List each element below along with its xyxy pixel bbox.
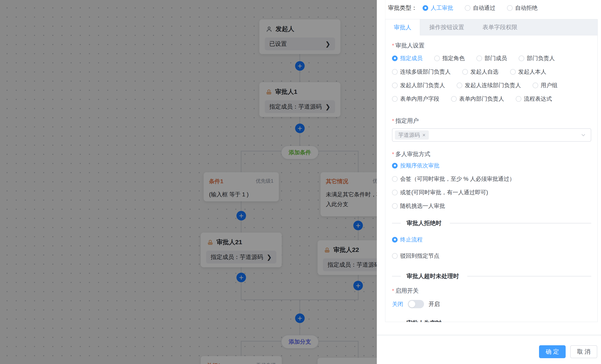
radio-label: 会签（可同时审批，至少 % 人必须审批通过） [400,175,515,183]
radio-multi-level-dept-leader[interactable]: 连续多级部门负责人 [392,68,451,75]
reject-section-title: 审批人拒绝时 [407,219,441,227]
tab-pane-approver: 审批人设置 指定成员 指定角色 部门成员 部门负责人 连续多级部门负责人 发起人… [385,35,598,322]
multi-approve-mode-label: 多人审批方式 [392,150,591,158]
radio-label: 驳回到指定节点 [400,252,440,260]
radio-process-expression[interactable]: 流程表达式 [516,95,552,102]
chevron-down-icon [581,132,586,138]
radio-icon [434,56,440,61]
radio-dept-leader[interactable]: 部门负责人 [519,54,555,62]
radio-return-to-node[interactable]: 驳回到指定节点 [392,252,440,260]
reject-option: 终止流程 [392,236,591,243]
radio-label: 部门负责人 [527,54,555,62]
radio-user-group[interactable]: 用户组 [532,81,558,89]
radio-label: 自动拒绝 [515,4,538,12]
radio-icon [392,176,398,182]
multi-mode-option: 随机挑选一人审批 [392,202,591,210]
radio-icon [465,5,471,11]
radio-dept-member[interactable]: 部门成员 [476,54,507,62]
radio-auto-pass[interactable]: 自动通过 [465,4,495,12]
assign-user-select[interactable]: 芋道源码 × [392,128,591,142]
radio-manual-approve[interactable]: 人工审批 [422,4,453,12]
radio-icon [392,203,398,209]
user-tag: 芋道源码 × [395,131,429,140]
reject-option: 驳回到指定节点 [392,252,591,260]
radio-form-dept-leader[interactable]: 表单内部门负责人 [451,95,504,102]
timeout-enable-toggle[interactable] [408,300,424,308]
radio-countersign[interactable]: 会签（可同时审批，至少 % 人必须审批通过） [392,175,515,183]
radio-icon [392,82,398,88]
timeout-section-title: 审批人超时未处理时 [407,272,459,280]
approver-setting-row4: 表单内用户字段 表单内部门负责人 流程表达式 [392,95,591,102]
radio-icon [476,56,482,61]
enable-switch-label: 启用开关 [392,287,591,295]
radio-starter-dept-leader[interactable]: 发起人部门负责人 [392,81,445,89]
radio-label: 指定角色 [442,54,465,62]
radio-form-user-field[interactable]: 表单内用户字段 [392,95,440,102]
radio-orsign[interactable]: 或签(可同时审批，有一人通过即可) [392,189,488,196]
confirm-button[interactable]: 确 定 [539,345,566,358]
radio-label: 部门成员 [485,54,507,62]
switch-off-label: 关闭 [392,300,403,308]
radio-icon [392,69,398,75]
user-tag-text: 芋道源码 [398,131,420,139]
modal-overlay[interactable] [0,0,377,364]
radio-icon [457,82,462,88]
radio-label: 流程表达式 [524,95,552,102]
multi-mode-option: 会签（可同时审批，至少 % 人必须审批通过） [392,175,591,183]
radio-icon [519,56,524,61]
radio-label: 表单内用户字段 [400,95,440,102]
tab-approver[interactable]: 审批人 [385,19,420,35]
radio-label: 按顺序依次审批 [400,162,440,169]
approver-setting-row3: 发起人部门负责人 发起人连续部门负责人 用户组 [392,81,591,89]
radio-label: 发起人本人 [518,68,546,75]
radio-icon [392,253,398,259]
tab-button-settings[interactable]: 操作按钮设置 [420,19,473,35]
radio-sequential-approve[interactable]: 按顺序依次审批 [392,162,440,169]
radio-icon [392,237,398,243]
cancel-button[interactable]: 取 消 [570,345,597,358]
radio-icon [392,96,398,102]
approver-setting-row1: 指定成员 指定角色 部门成员 部门负责人 [392,54,591,62]
radio-icon [451,96,457,102]
radio-label: 人工审批 [431,4,453,12]
radio-random-one[interactable]: 随机挑选一人审批 [392,202,445,210]
workflow-designer: + + + + + + + 发起人 已设置 ❯ [0,0,601,364]
radio-icon [532,82,538,88]
assign-user-label: 指定用户 [392,117,591,125]
radio-starter-self-select[interactable]: 发起人自选 [462,68,499,75]
multi-mode-option: 或签(可同时审批，有一人通过即可) [392,189,591,196]
timeout-section-divider: 审批人超时未处理时 [392,272,591,280]
radio-assigned-member[interactable]: 指定成员 [392,54,422,62]
approval-type-label: 审批类型： [388,4,417,12]
radio-icon [510,69,516,75]
empty-section-divider: 审批人为空时 [392,319,591,322]
radio-label: 发起人连续部门负责人 [465,81,521,89]
approver-setting-label: 审批人设置 [392,42,591,50]
radio-icon [462,69,468,75]
radio-label: 用户组 [541,81,558,89]
radio-label: 自动通过 [473,4,495,12]
reject-section-divider: 审批人拒绝时 [392,219,591,227]
radio-terminate-process[interactable]: 终止流程 [392,236,422,243]
tab-form-field-permissions[interactable]: 表单字段权限 [473,19,527,35]
timeout-switch-row: 关闭 开启 [392,300,591,308]
radio-label: 终止流程 [400,236,422,243]
radio-label: 表单内部门负责人 [459,95,504,102]
radio-icon [507,5,513,11]
approver-setting-row2: 连续多级部门负责人 发起人自选 发起人本人 [392,68,591,75]
tag-close-icon[interactable]: × [422,132,425,138]
radio-icon [422,5,428,11]
approval-type-row: 审批类型： 人工审批 自动通过 自动拒绝 [388,2,549,13]
panel-divider [385,0,385,19]
toggle-knob [409,301,415,307]
empty-section-title: 审批人为空时 [407,319,441,322]
radio-icon [392,190,398,195]
radio-starter-multi-dept-leader[interactable]: 发起人连续部门负责人 [457,81,521,89]
radio-icon [516,96,521,102]
radio-label: 发起人部门负责人 [400,81,445,89]
radio-label: 随机挑选一人审批 [400,202,445,210]
radio-icon [392,56,398,61]
radio-auto-reject[interactable]: 自动拒绝 [507,4,538,12]
radio-assigned-role[interactable]: 指定角色 [434,54,465,62]
radio-starter-self[interactable]: 发起人本人 [510,68,546,75]
